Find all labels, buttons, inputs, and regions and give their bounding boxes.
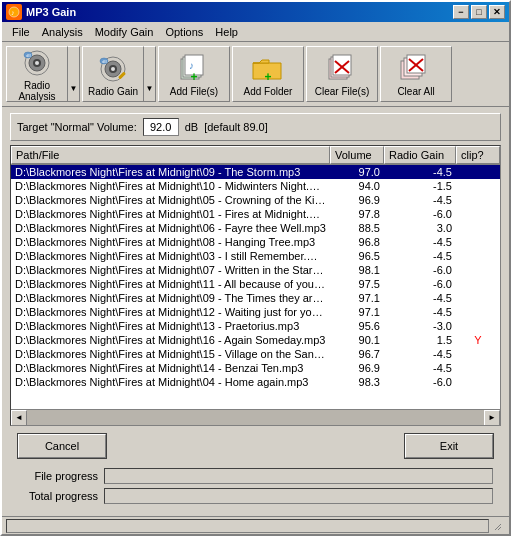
cell-gain: -4.5 [384,249,456,263]
add-files-button[interactable]: + ♪ Add File(s) [158,46,230,102]
resize-grip[interactable] [489,518,505,534]
cell-volume: 97.8 [330,207,384,221]
radio-analysis-button[interactable]: dB Radio Analysis [6,46,68,102]
cell-path: D:\Blackmores Night\Fires at Midnight\09… [11,165,330,179]
menu-bar: File Analysis Modify Gain Options Help [2,22,509,42]
add-files-label: Add File(s) [170,86,218,98]
scroll-right-btn[interactable]: ► [484,410,500,426]
cell-volume: 95.6 [330,319,384,333]
clear-files-icon [324,52,360,84]
cell-volume: 97.5 [330,277,384,291]
table-row[interactable]: D:\Blackmores Night\Fires at Midnight\09… [11,165,500,179]
cell-volume: 96.5 [330,249,384,263]
cell-gain: -4.5 [384,347,456,361]
cell-clip [456,263,500,277]
window-controls: − □ ✕ [453,5,505,19]
clear-all-icon [398,52,434,84]
radio-analysis-label: Radio Analysis [9,80,65,102]
total-progress-row: Total progress [18,488,493,504]
cancel-button[interactable]: Cancel [18,434,106,458]
target-default-hint: [default 89.0] [204,121,268,133]
table-row[interactable]: D:\Blackmores Night\Fires at Midnight\01… [11,207,500,221]
cell-gain: -6.0 [384,263,456,277]
total-progress-label: Total progress [18,490,98,502]
menu-help[interactable]: Help [209,24,244,40]
svg-text:♪: ♪ [11,9,15,16]
file-progress-label: File progress [18,470,98,482]
minimize-button[interactable]: − [453,5,469,19]
cell-clip [456,305,500,319]
table-row[interactable]: D:\Blackmores Night\Fires at Midnight\14… [11,361,500,375]
scroll-track[interactable] [27,410,484,425]
file-progress-row: File progress [18,468,493,484]
cell-gain: -4.5 [384,165,456,179]
cell-path: D:\Blackmores Night\Fires at Midnight\05… [11,193,330,207]
radio-gain-button[interactable]: dB Radio Gain [82,46,144,102]
add-folder-button[interactable]: + Add Folder [232,46,304,102]
menu-file[interactable]: File [6,24,36,40]
main-window: ♪ MP3 Gain − □ ✕ File Analysis Modify Ga… [0,0,511,536]
table-row[interactable]: D:\Blackmores Night\Fires at Midnight\07… [11,263,500,277]
table-row[interactable]: D:\Blackmores Night\Fires at Midnight\03… [11,249,500,263]
cell-gain: 1.5 [384,333,456,347]
add-folder-label: Add Folder [244,86,293,98]
cell-clip [456,347,500,361]
cell-volume: 97.1 [330,305,384,319]
cell-gain: -1.5 [384,179,456,193]
status-bar [2,516,509,534]
cell-clip: Y [456,333,500,347]
horizontal-scrollbar[interactable]: ◄ ► [11,409,500,425]
table-row[interactable]: D:\Blackmores Night\Fires at Midnight\13… [11,319,500,333]
total-progress-bar [104,488,493,504]
svg-line-32 [498,527,501,530]
cell-volume: 90.1 [330,333,384,347]
table-row[interactable]: D:\Blackmores Night\Fires at Midnight\10… [11,179,500,193]
cell-volume: 98.1 [330,263,384,277]
cell-clip [456,221,500,235]
menu-modify-gain[interactable]: Modify Gain [89,24,160,40]
radio-gain-arrow[interactable]: ▼ [144,46,156,102]
toolbar: dB Radio Analysis ▼ dB [2,42,509,107]
maximize-button[interactable]: □ [471,5,487,19]
cell-path: D:\Blackmores Night\Fires at Midnight\08… [11,235,330,249]
menu-analysis[interactable]: Analysis [36,24,89,40]
cell-gain: -6.0 [384,207,456,221]
cell-volume: 97.0 [330,165,384,179]
table-row[interactable]: D:\Blackmores Night\Fires at Midnight\12… [11,305,500,319]
cell-path: D:\Blackmores Night\Fires at Midnight\04… [11,375,330,389]
app-icon: ♪ [6,4,22,20]
cell-volume: 96.9 [330,193,384,207]
cell-path: D:\Blackmores Night\Fires at Midnight\16… [11,333,330,347]
col-radio-gain: Radio Gain [384,146,456,164]
table-row[interactable]: D:\Blackmores Night\Fires at Midnight\15… [11,347,500,361]
clear-files-button[interactable]: Clear File(s) [306,46,378,102]
cell-clip [456,165,500,179]
table-row[interactable]: D:\Blackmores Night\Fires at Midnight\05… [11,193,500,207]
cell-gain: -4.5 [384,305,456,319]
table-row[interactable]: D:\Blackmores Night\Fires at Midnight\09… [11,291,500,305]
target-unit: dB [185,121,198,133]
svg-text:dB: dB [26,53,31,58]
table-row[interactable]: D:\Blackmores Night\Fires at Midnight\11… [11,277,500,291]
scroll-left-btn[interactable]: ◄ [11,410,27,426]
cell-volume: 96.8 [330,235,384,249]
close-button[interactable]: ✕ [489,5,505,19]
target-volume-input[interactable] [143,118,179,136]
cell-clip [456,277,500,291]
add-files-icon: + ♪ [176,52,212,84]
cell-path: D:\Blackmores Night\Fires at Midnight\06… [11,221,330,235]
target-volume-row: Target "Normal" Volume: dB [default 89.0… [10,113,501,141]
col-volume: Volume [330,146,384,164]
exit-button[interactable]: Exit [405,434,493,458]
table-body: D:\Blackmores Night\Fires at Midnight\09… [11,165,500,409]
cell-clip [456,249,500,263]
cell-path: D:\Blackmores Night\Fires at Midnight\09… [11,291,330,305]
table-row[interactable]: D:\Blackmores Night\Fires at Midnight\08… [11,235,500,249]
cell-gain: -6.0 [384,375,456,389]
table-row[interactable]: D:\Blackmores Night\Fires at Midnight\16… [11,333,500,347]
menu-options[interactable]: Options [159,24,209,40]
clear-all-button[interactable]: Clear All [380,46,452,102]
table-row[interactable]: D:\Blackmores Night\Fires at Midnight\06… [11,221,500,235]
table-row[interactable]: D:\Blackmores Night\Fires at Midnight\04… [11,375,500,389]
radio-analysis-arrow[interactable]: ▼ [68,46,80,102]
